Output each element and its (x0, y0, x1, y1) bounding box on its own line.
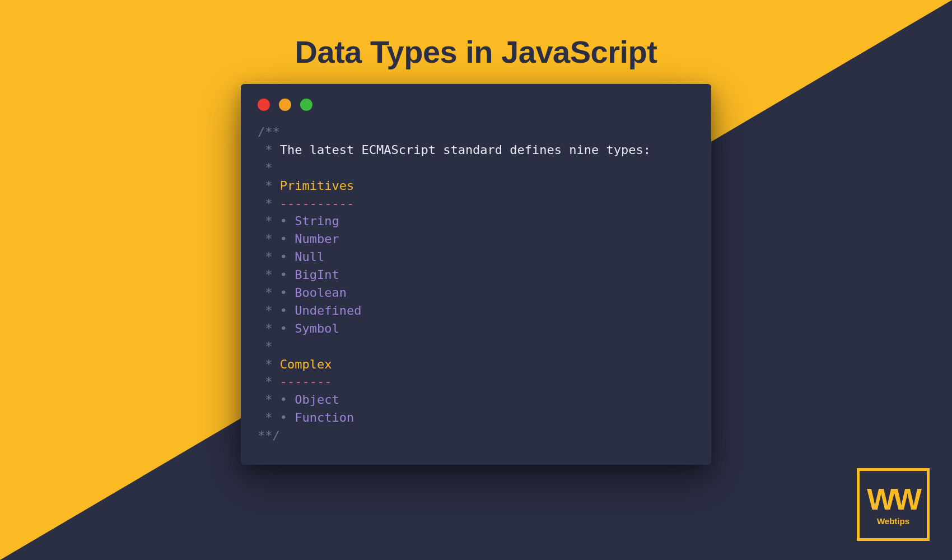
brand-logo: WW Webtips (857, 468, 930, 541)
minimize-icon (279, 99, 291, 111)
close-icon (258, 99, 270, 111)
maximize-icon (300, 99, 312, 111)
brand-logo-text: Webtips (877, 516, 909, 526)
code-block: /** * The latest ECMAScript standard def… (258, 123, 694, 445)
window-traffic-lights (258, 99, 694, 111)
page-title: Data Types in JavaScript (0, 34, 952, 70)
code-window: /** * The latest ECMAScript standard def… (241, 84, 711, 465)
brand-logo-mark: WW (867, 484, 920, 514)
